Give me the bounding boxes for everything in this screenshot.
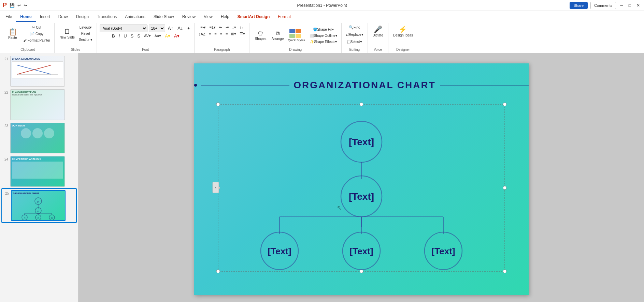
ribbon-group-voice: 🎤 Dictate Voice: [368, 23, 388, 53]
smart-art-button[interactable]: ☰▾: [238, 31, 246, 37]
replace-button[interactable]: ⇄ Replace ▾: [344, 32, 365, 37]
slide-item-22[interactable]: 22 04 MANAGEMENT PLAN You could write su…: [1, 88, 77, 121]
quick-access-redo[interactable]: ↪: [24, 3, 27, 8]
columns-button[interactable]: ⫿▾: [238, 25, 245, 30]
handle-bl[interactable]: [216, 270, 220, 273]
slide-item-25[interactable]: 25 ORGANIZATIONAL CHART [T] [T]: [1, 188, 77, 223]
tab-file[interactable]: File: [1, 12, 16, 22]
font-name-select[interactable]: Arial (Body): [100, 25, 147, 32]
shape-effects-button[interactable]: ✨ Shape Effects ▾: [308, 39, 338, 44]
quick-access-save[interactable]: 💾: [10, 3, 15, 8]
slide-title-area: ORGANIZATIONAL CHART: [194, 80, 529, 91]
text-direction-button[interactable]: ⊞▾: [230, 31, 238, 37]
share-button[interactable]: Share: [570, 2, 588, 9]
tab-design[interactable]: Design: [72, 12, 93, 22]
tab-insert[interactable]: Insert: [36, 12, 54, 22]
handle-tm[interactable]: [360, 103, 363, 106]
slide-item-21[interactable]: 21 BREAK-EVEN ANALYSIS: [1, 55, 77, 88]
arrange-icon: ⧉: [276, 31, 280, 36]
org-chart-svg[interactable]: ‹ [Text] [Text] [Text]: [208, 97, 515, 275]
align-left-button[interactable]: ≡: [207, 31, 212, 37]
shapes-icon: ⬠: [258, 31, 263, 36]
shape-outline-button[interactable]: ⬜ Shape Outline ▾: [308, 33, 338, 38]
select-button[interactable]: ⬚ Select ▾: [346, 39, 363, 45]
tab-format[interactable]: Format: [274, 12, 295, 22]
canvas-area: ORGANIZATIONAL CHART ‹: [78, 53, 644, 302]
sort-button[interactable]: ↕AZ: [197, 31, 207, 37]
comments-button[interactable]: Comments: [590, 2, 616, 9]
format-painter-button[interactable]: 🖌 Format Painter: [22, 37, 52, 43]
minimize-button[interactable]: ─: [619, 2, 625, 9]
arrange-button[interactable]: ⧉ Arrange: [269, 29, 286, 42]
app-icon: P: [3, 2, 7, 9]
align-right-button[interactable]: ≡: [219, 31, 224, 37]
font-row1: Arial (Body) 18+ A↑ A↓ ✦: [100, 25, 192, 32]
handle-tl[interactable]: [216, 103, 220, 106]
tab-transitions[interactable]: Transitions: [93, 12, 121, 22]
copy-button[interactable]: 📄 Copy: [22, 31, 52, 37]
find-button[interactable]: 🔍 Find: [347, 25, 361, 30]
justify-button[interactable]: ≡: [224, 31, 229, 37]
font-size-select[interactable]: 18+: [149, 25, 165, 32]
font-label: Font: [142, 46, 149, 51]
slide-item-24[interactable]: 24 COMPETITION ANALYSIS: [1, 155, 77, 188]
svg-text:↖: ↖: [337, 205, 342, 211]
strikethrough-button[interactable]: S: [129, 33, 135, 39]
paste-button[interactable]: 📋 Paste: [4, 27, 21, 41]
tab-view[interactable]: View: [200, 12, 217, 22]
title-dot-left: [194, 84, 197, 87]
tab-animations[interactable]: Animations: [121, 12, 149, 22]
decrease-font-size-button[interactable]: A↓: [176, 25, 184, 32]
svg-text:[Text]: [Text]: [349, 246, 373, 256]
close-button[interactable]: ✕: [635, 2, 641, 9]
slide-title-text[interactable]: ORGANIZATIONAL CHART: [294, 80, 436, 91]
text-shadow-button[interactable]: S: [136, 33, 142, 39]
highlight-button[interactable]: A▾: [163, 33, 172, 39]
cut-button[interactable]: ✂ Cut: [22, 25, 52, 30]
tab-help[interactable]: Help: [217, 12, 233, 22]
italic-button[interactable]: I: [117, 33, 121, 39]
tab-draw[interactable]: Draw: [54, 12, 72, 22]
handle-mr[interactable]: [503, 186, 506, 190]
tab-slideshow[interactable]: Slide Show: [149, 12, 178, 22]
svg-text:[Text]: [Text]: [348, 191, 374, 202]
reset-button[interactable]: Reset: [77, 31, 94, 36]
slide-thumb-22: 04 MANAGEMENT PLAN You could write subti…: [10, 89, 65, 120]
tab-home[interactable]: Home: [16, 12, 35, 22]
paragraph-row1: ≡•▾ ≡1▾ ⇤ ⇥ ↕▾ ⫿▾: [199, 25, 245, 30]
underline-button[interactable]: U: [122, 33, 128, 39]
svg-text:[T]: [T]: [37, 201, 39, 203]
quick-access-undo[interactable]: ↩: [17, 3, 21, 8]
design-ideas-button[interactable]: ⚡ Design Ideas: [391, 25, 415, 39]
svg-text:[T]: [T]: [51, 217, 53, 219]
bold-button[interactable]: B: [110, 33, 116, 39]
change-case-button[interactable]: Aa▾: [153, 33, 162, 39]
slide-item-23[interactable]: 23 OUR TEAM: [1, 121, 77, 155]
clear-formatting-button[interactable]: ✦: [186, 26, 191, 31]
bullets-button[interactable]: ≡•▾: [199, 25, 207, 30]
increase-font-size-button[interactable]: A↑: [167, 25, 175, 32]
layout-button[interactable]: Layout ▾: [77, 25, 94, 30]
spacing-button[interactable]: AV▾: [143, 33, 152, 39]
increase-indent-button[interactable]: ⇥: [224, 25, 230, 30]
numbering-button[interactable]: ≡1▾: [208, 25, 217, 30]
shape-fill-button[interactable]: 🪣 Shape Fill ▾: [308, 27, 338, 32]
quick-styles-button[interactable]: Quick Styles: [286, 25, 306, 46]
tab-smartart-design[interactable]: SmartArt Design: [233, 12, 274, 22]
handle-br[interactable]: [503, 270, 506, 273]
title-bar: P 💾 ↩ ↪ Presentation1 - PowerPoint Share…: [0, 0, 644, 11]
font-color-button[interactable]: A▾: [173, 33, 181, 39]
dictate-button[interactable]: 🎤 Dictate: [371, 25, 385, 39]
align-center-button[interactable]: ≡: [213, 31, 218, 37]
line-spacing-button[interactable]: ↕▾: [231, 25, 238, 30]
editing-label: Editing: [349, 46, 360, 51]
section-button[interactable]: Section ▾: [77, 37, 94, 43]
maximize-button[interactable]: □: [627, 2, 632, 9]
tab-review[interactable]: Review: [178, 12, 200, 22]
new-slide-button[interactable]: 🗒 New Slide: [57, 27, 77, 41]
ribbon-group-paragraph: ≡•▾ ≡1▾ ⇤ ⇥ ↕▾ ⫿▾ ↕AZ ≡ ≡ ≡ ≡ ⊞▾ ☰▾ Para…: [195, 23, 249, 53]
handle-tr[interactable]: [503, 103, 506, 106]
shapes-button[interactable]: ⬠ Shapes: [252, 29, 269, 42]
handle-bm[interactable]: [360, 270, 363, 273]
decrease-indent-button[interactable]: ⇤: [218, 25, 224, 30]
